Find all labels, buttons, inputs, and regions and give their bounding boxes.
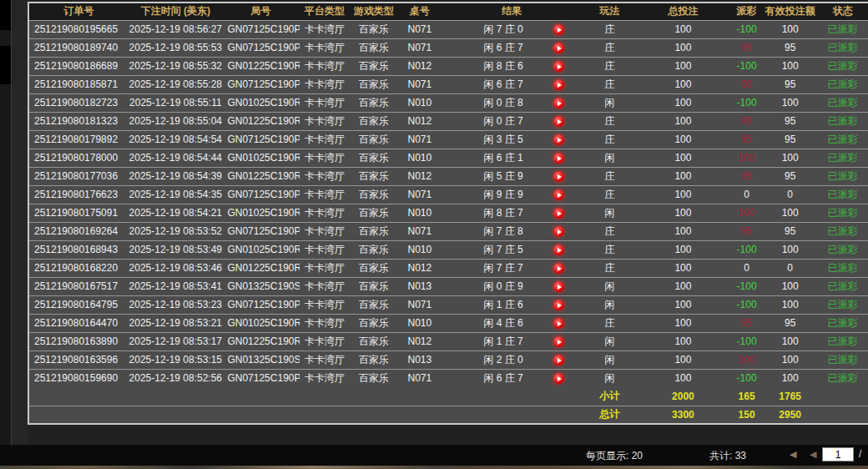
play-triangle-icon <box>558 321 562 326</box>
table-row: 251219080168943 2025-12-19 08:53:49 GN01… <box>28 240 868 259</box>
left-black-block-second <box>0 46 11 84</box>
left-gutter <box>12 0 28 445</box>
replay-play-icon[interactable] <box>553 153 564 164</box>
table-row: 251219080176623 2025-12-19 08:54:35 GN07… <box>28 185 868 204</box>
replay-cell <box>535 204 582 222</box>
replay-play-icon[interactable] <box>553 43 564 53</box>
replay-play-icon[interactable] <box>553 226 564 237</box>
game-type-cell: 百家乐 <box>350 57 398 75</box>
order-no-cell: 251219080168943 <box>28 240 129 259</box>
replay-cell <box>535 185 582 204</box>
replay-play-icon[interactable] <box>553 189 564 200</box>
replay-play-icon[interactable] <box>553 300 564 310</box>
platform-cell: 卡卡湾厅 <box>300 112 350 130</box>
bet-time-cell: 2025-12-19 08:55:53 <box>129 38 222 57</box>
subtotal-valid-bet: 1765 <box>765 387 816 406</box>
grand-total-total-bet: 3300 <box>637 406 729 424</box>
status-badge: 已派彩 <box>816 130 868 149</box>
replay-cell <box>535 259 582 277</box>
replay-play-icon[interactable] <box>553 281 564 292</box>
prev-page-icon[interactable]: ◀ <box>810 449 816 460</box>
replay-play-icon[interactable] <box>553 263 564 274</box>
replay-play-icon[interactable] <box>553 79 564 90</box>
payout-cell: 100 <box>729 204 765 222</box>
status-badge: 已派彩 <box>816 259 868 277</box>
subtotal-label: 小计 <box>582 387 637 406</box>
replay-play-icon[interactable] <box>553 98 564 108</box>
bet-time-cell: 2025-12-19 08:53:15 <box>129 350 222 369</box>
round-no-cell: GN01225C190RT <box>222 332 299 350</box>
table-row: 251219080189740 2025-12-19 08:55:53 GN07… <box>28 38 868 57</box>
valid-bet-cell: 100 <box>765 93 816 112</box>
bet-time-cell: 2025-12-19 08:53:21 <box>129 314 222 332</box>
replay-cell <box>535 149 582 167</box>
page-number-input[interactable] <box>822 447 854 461</box>
valid-bet-cell: 100 <box>765 149 816 167</box>
round-no-cell: GN07125C190PJ <box>222 20 299 38</box>
game-type-cell: 百家乐 <box>350 130 398 149</box>
bet-time-cell: 2025-12-19 08:53:46 <box>129 259 222 277</box>
order-no-cell: 251219080178000 <box>28 149 129 167</box>
replay-play-icon[interactable] <box>553 336 564 347</box>
platform-cell: 卡卡湾厅 <box>300 167 350 185</box>
bottom-edge-strip <box>0 466 868 469</box>
replay-play-icon[interactable] <box>553 208 564 219</box>
table-no-cell: N071 <box>398 369 442 387</box>
payout-cell: 95 <box>729 38 765 57</box>
replay-play-icon[interactable] <box>553 116 564 127</box>
game-type-cell: 百家乐 <box>350 240 398 259</box>
grand-total-spacer <box>28 406 582 424</box>
round-no-cell: GN01225C190RY <box>222 57 299 75</box>
result-cell: 闲 7 庄 7 <box>442 259 535 277</box>
total-bet-cell: 100 <box>637 314 729 332</box>
play-method-cell: 庄 <box>582 57 637 75</box>
bet-records-table-wrap: 订单号 下注时间 (美东) 局号 平台类型 游戏类型 桌号 结果 玩法 总投注 … <box>28 2 868 445</box>
play-method-cell: 庄 <box>582 20 637 38</box>
round-no-cell: GN01025C190RQ <box>222 204 299 222</box>
status-badge: 已派彩 <box>816 332 868 350</box>
payout-cell: 100 <box>729 149 765 167</box>
status-badge: 已派彩 <box>816 149 868 167</box>
replay-play-icon[interactable] <box>553 355 564 366</box>
play-triangle-icon <box>558 211 562 216</box>
game-type-cell: 百家乐 <box>350 75 398 93</box>
round-no-cell: GN07125C190PD <box>222 295 299 314</box>
total-bet-cell: 100 <box>637 185 729 204</box>
replay-play-icon[interactable] <box>553 61 564 72</box>
play-method-cell: 庄 <box>582 112 637 130</box>
order-no-cell: 251219080181323 <box>28 112 129 130</box>
status-badge: 已派彩 <box>816 185 868 204</box>
play-triangle-icon <box>558 119 562 124</box>
first-page-icon[interactable]: ◀ <box>790 449 796 460</box>
replay-cell <box>535 167 582 185</box>
play-method-cell: 庄 <box>582 185 637 204</box>
replay-play-icon[interactable] <box>553 245 564 255</box>
table-no-cell: N012 <box>398 332 442 350</box>
play-triangle-icon <box>558 174 562 179</box>
game-type-cell: 百家乐 <box>350 277 398 295</box>
payout-cell: -100 <box>729 295 765 314</box>
replay-play-icon[interactable] <box>553 318 564 329</box>
table-row: 251219080181323 2025-12-19 08:55:04 GN01… <box>28 112 868 130</box>
bet-time-cell: 2025-12-19 08:55:32 <box>129 57 222 75</box>
status-badge: 已派彩 <box>816 167 868 185</box>
payout-cell: -100 <box>729 277 765 295</box>
replay-play-icon[interactable] <box>553 373 564 384</box>
valid-bet-cell: 95 <box>765 112 816 130</box>
order-no-cell: 251219080163890 <box>28 332 129 350</box>
payout-cell: 95 <box>729 75 765 93</box>
replay-play-icon[interactable] <box>553 134 564 145</box>
valid-bet-cell: 95 <box>765 75 816 93</box>
table-no-cell: N010 <box>398 204 442 222</box>
order-no-cell: 251219080179892 <box>28 130 129 149</box>
game-type-cell: 百家乐 <box>350 204 398 222</box>
total-bet-cell: 100 <box>637 204 729 222</box>
platform-cell: 卡卡湾厅 <box>300 350 350 369</box>
table-row: 251219080178000 2025-12-19 08:54:44 GN01… <box>28 149 868 167</box>
order-no-cell: 251219080177036 <box>28 167 129 185</box>
replay-play-icon[interactable] <box>553 24 564 35</box>
order-no-cell: 251219080186689 <box>28 57 129 75</box>
result-cell: 闲 0 庄 8 <box>442 93 535 112</box>
replay-cell <box>535 314 582 332</box>
replay-play-icon[interactable] <box>553 171 564 182</box>
